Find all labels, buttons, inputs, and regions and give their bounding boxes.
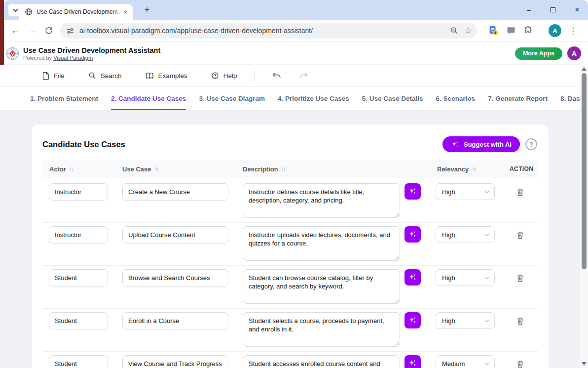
step-tab-7[interactable]: 7. Generate Report xyxy=(488,87,548,110)
table-row: High xyxy=(42,266,538,309)
browser-menu-icon[interactable]: ⋮ xyxy=(569,26,577,36)
menu-help[interactable]: Help xyxy=(211,72,237,80)
table-body: High High xyxy=(32,180,549,368)
zoom-out-icon[interactable] xyxy=(450,26,459,35)
relevancy-select[interactable]: High xyxy=(436,269,495,286)
delete-row-button[interactable] xyxy=(514,272,526,284)
close-tab-button[interactable]: × xyxy=(122,8,128,16)
ai-sparkle-button[interactable] xyxy=(404,312,421,328)
menu-bar: File Search Examples xyxy=(0,65,588,87)
back-button[interactable]: ← xyxy=(7,25,24,36)
ai-sparkle-button[interactable] xyxy=(404,355,421,368)
extensions-puzzle-icon[interactable] xyxy=(523,26,533,36)
site-settings-icon[interactable] xyxy=(66,27,74,35)
url-text[interactable]: ai-toolbox.visual-paradigm.com/app/use-c… xyxy=(79,27,450,35)
description-textarea[interactable] xyxy=(243,355,400,368)
page-scrollbar[interactable] xyxy=(580,64,588,368)
scrollbar-thumb[interactable] xyxy=(582,73,587,269)
actor-input[interactable] xyxy=(49,312,108,329)
redo-button[interactable] xyxy=(299,72,308,80)
description-textarea[interactable] xyxy=(243,312,400,347)
use-case-input[interactable] xyxy=(122,226,228,244)
description-textarea[interactable] xyxy=(243,269,400,304)
use-case-input[interactable] xyxy=(122,312,228,329)
chevron-down-icon xyxy=(485,232,489,236)
ai-sparkle-button[interactable] xyxy=(404,183,421,200)
relevancy-select[interactable]: High xyxy=(436,226,495,243)
address-bar[interactable]: ai-toolbox.visual-paradigm.com/app/use-c… xyxy=(60,23,477,39)
docs-offline-icon[interactable] xyxy=(488,25,499,36)
sparkle-icon xyxy=(408,273,417,282)
sort-icon: ↑↓ xyxy=(69,165,73,172)
step-tab-4[interactable]: 4. Prioritize Use Cases xyxy=(278,87,349,110)
relevancy-select[interactable]: High xyxy=(436,312,495,329)
visual-paradigm-link[interactable]: Visual Paradigm xyxy=(53,55,93,61)
table-row: High xyxy=(42,180,538,223)
actor-input[interactable] xyxy=(49,183,108,201)
suggest-with-ai-button[interactable]: Suggest with AI xyxy=(442,136,520,152)
step-tab-1[interactable]: 1. Problem Statement xyxy=(30,87,98,110)
column-relevancy[interactable]: Relevancy ↑↓ xyxy=(437,160,476,178)
delete-row-button[interactable] xyxy=(514,315,526,327)
new-tab-button[interactable]: + xyxy=(140,4,154,16)
description-textarea[interactable] xyxy=(243,183,400,218)
actor-input[interactable] xyxy=(49,355,108,368)
delete-row-button[interactable] xyxy=(514,229,526,241)
comment-bubble-icon[interactable] xyxy=(506,26,516,36)
ai-sparkle-button[interactable] xyxy=(404,226,421,243)
toolbar-divider xyxy=(541,26,541,36)
book-icon xyxy=(146,72,154,80)
reload-button[interactable] xyxy=(40,26,57,35)
close-window-button[interactable]: × xyxy=(573,6,581,14)
use-case-input[interactable] xyxy=(122,183,228,201)
actor-input[interactable] xyxy=(49,226,108,244)
page-content: Candidate Use Cases Suggest with AI ? xyxy=(0,111,588,368)
window-controls: – × xyxy=(525,0,581,20)
column-actor[interactable]: Actor ↑↓ xyxy=(49,160,73,178)
bookmark-star-icon[interactable]: ☆ xyxy=(465,27,472,35)
use-case-input[interactable] xyxy=(122,269,228,286)
column-use-case[interactable]: Use Case ↑↓ xyxy=(122,160,158,178)
tab-title: Use Case Driven Development A xyxy=(37,8,122,15)
sparkle-icon xyxy=(408,187,417,196)
step-tab-3[interactable]: 3. Use Case Diagram xyxy=(199,87,265,110)
delete-row-button[interactable] xyxy=(514,186,526,198)
app-title-block: Use Case Driven Development Assistant Po… xyxy=(23,46,515,61)
description-textarea[interactable] xyxy=(243,226,400,261)
visual-paradigm-logo xyxy=(6,47,19,60)
browser-profile-avatar[interactable]: A xyxy=(549,24,561,37)
sort-icon: ↑↓ xyxy=(281,165,285,172)
column-description[interactable]: Description ↑↓ xyxy=(243,160,285,178)
page-title: Candidate Use Cases xyxy=(42,140,442,149)
browser-tab[interactable]: Use Case Driven Development A × xyxy=(19,4,133,20)
help-circle-button[interactable]: ? xyxy=(525,138,537,150)
step-tab-6[interactable]: 6. Scenarios xyxy=(436,87,476,110)
step-tab-5[interactable]: 5. Use Case Details xyxy=(362,87,423,110)
toolbar-actions: A ⋮ xyxy=(488,24,577,37)
relevancy-select[interactable]: Medium xyxy=(436,355,495,368)
chevron-down-icon xyxy=(485,361,489,365)
more-apps-button[interactable]: More Apps xyxy=(515,47,562,60)
menu-examples[interactable]: Examples xyxy=(146,72,187,80)
forward-button[interactable]: → xyxy=(24,25,40,36)
actor-input[interactable] xyxy=(49,269,108,286)
step-tab-2[interactable]: 2. Candidate Use Cases xyxy=(111,87,186,110)
minimize-button[interactable]: – xyxy=(525,6,533,14)
user-avatar[interactable]: A xyxy=(567,46,581,60)
scrollbar-up-arrow[interactable] xyxy=(580,65,588,72)
delete-row-button[interactable] xyxy=(514,358,526,368)
use-case-input[interactable] xyxy=(122,355,228,368)
app-header: Use Case Driven Development Assistant Po… xyxy=(4,42,588,65)
menu-file[interactable]: File xyxy=(42,72,65,80)
undo-button[interactable] xyxy=(272,72,281,80)
file-icon xyxy=(42,72,49,80)
app-title: Use Case Driven Development Assistant xyxy=(23,46,515,54)
browser-window: Use Case Driven Development A × + – × ← … xyxy=(0,0,588,368)
sort-icon: ↑↓ xyxy=(154,165,158,172)
maximize-button[interactable] xyxy=(549,6,557,14)
relevancy-select[interactable]: High xyxy=(436,183,495,200)
scrollbar-down-arrow[interactable] xyxy=(580,360,588,367)
ai-sparkle-button[interactable] xyxy=(404,269,421,286)
menu-search[interactable]: Search xyxy=(88,72,122,80)
trash-icon xyxy=(516,274,524,283)
